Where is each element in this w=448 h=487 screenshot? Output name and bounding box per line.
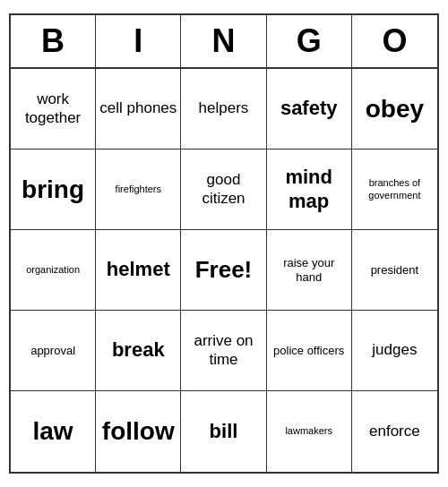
cell-text-12: Free! <box>195 256 253 284</box>
bingo-cell-11: helmet <box>96 230 181 311</box>
cell-text-7: good citizen <box>185 171 262 208</box>
cell-text-9: branches of government <box>356 177 434 201</box>
bingo-cell-2: helpers <box>181 69 266 150</box>
header-letter-b: B <box>11 15 96 67</box>
cell-text-15: approval <box>30 344 75 358</box>
header-letter-n: N <box>181 15 266 67</box>
cell-text-8: mind map <box>271 166 348 213</box>
header-letter-o: O <box>352 15 437 67</box>
cell-text-23: lawmakers <box>285 425 332 437</box>
cell-text-10: organization <box>26 264 80 276</box>
bingo-cell-0: work together <box>11 69 96 150</box>
bingo-card: BINGO work togethercell phoneshelperssaf… <box>9 13 439 474</box>
bingo-cell-24: enforce <box>352 391 437 472</box>
cell-text-6: firefighters <box>116 184 161 195</box>
bingo-cell-20: law <box>11 391 96 472</box>
bingo-cell-15: approval <box>11 311 96 391</box>
bingo-cell-19: judges <box>352 311 437 391</box>
cell-text-11: helmet <box>107 258 170 281</box>
bingo-cell-18: police officers <box>267 311 352 391</box>
bingo-cell-4: obey <box>352 69 437 150</box>
cell-text-18: police officers <box>273 344 344 358</box>
cell-text-0: work together <box>14 90 91 127</box>
bingo-header: BINGO <box>11 15 437 69</box>
cell-text-21: follow <box>102 416 175 447</box>
bingo-cell-9: branches of government <box>352 150 437 230</box>
bingo-cell-22: bill <box>181 391 266 472</box>
cell-text-1: cell phones <box>99 99 177 117</box>
bingo-cell-13: raise your hand <box>267 230 352 311</box>
cell-text-20: law <box>33 416 73 447</box>
cell-text-16: break <box>112 338 165 362</box>
bingo-grid: work togethercell phoneshelperssafetyobe… <box>11 69 437 472</box>
bingo-cell-14: president <box>352 230 437 311</box>
bingo-cell-21: follow <box>96 391 181 472</box>
bingo-cell-10: organization <box>11 230 96 311</box>
cell-text-5: bring <box>22 175 84 205</box>
cell-text-17: arrive on time <box>185 332 262 369</box>
cell-text-19: judges <box>372 341 417 359</box>
cell-text-3: safety <box>280 97 338 120</box>
bingo-cell-12: Free! <box>181 230 266 311</box>
cell-text-24: enforce <box>369 423 420 440</box>
cell-text-4: obey <box>366 94 424 124</box>
bingo-cell-1: cell phones <box>96 69 181 150</box>
cell-text-22: bill <box>210 420 238 443</box>
cell-text-13: raise your hand <box>271 256 348 284</box>
bingo-cell-17: arrive on time <box>181 311 266 391</box>
cell-text-14: president <box>371 263 418 278</box>
bingo-cell-8: mind map <box>267 150 352 230</box>
header-letter-g: G <box>267 15 352 67</box>
cell-text-2: helpers <box>199 99 249 117</box>
header-letter-i: I <box>96 15 181 67</box>
bingo-cell-5: bring <box>11 150 96 230</box>
bingo-cell-6: firefighters <box>96 150 181 230</box>
bingo-cell-23: lawmakers <box>267 391 352 472</box>
bingo-cell-7: good citizen <box>181 150 266 230</box>
bingo-cell-3: safety <box>267 69 352 150</box>
bingo-cell-16: break <box>96 311 181 391</box>
